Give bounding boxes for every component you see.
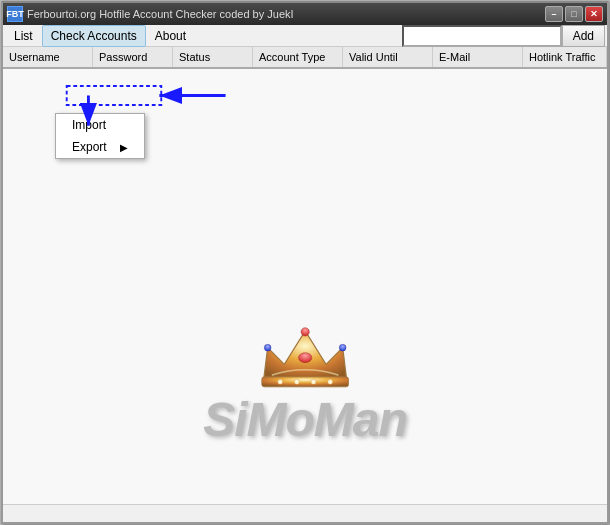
svg-point-4 <box>339 344 346 351</box>
dropdown-import[interactable]: Import <box>56 114 144 136</box>
svg-rect-1 <box>262 377 349 387</box>
menu-check-accounts[interactable]: Check Accounts <box>42 25 146 47</box>
minimize-button[interactable]: – <box>545 6 563 22</box>
col-email: E-Mail <box>433 47 523 67</box>
watermark-text: SiMoMan <box>203 396 407 444</box>
menu-about[interactable]: About <box>146 25 195 47</box>
col-status: Status <box>173 47 253 67</box>
svg-point-8 <box>311 379 316 384</box>
export-submenu-arrow: ▶ <box>120 142 128 153</box>
add-button[interactable]: Add <box>562 25 605 47</box>
dropdown-menu: Import Export ▶ <box>55 113 145 159</box>
menu-list[interactable]: List <box>5 25 42 47</box>
main-window: FBT Ferbourtoi.org Hotfile Account Check… <box>1 1 609 524</box>
col-valid-until: Valid Until <box>343 47 433 67</box>
col-username: Username <box>3 47 93 67</box>
svg-rect-12 <box>67 86 162 105</box>
svg-point-9 <box>328 379 333 384</box>
watermark: SiMoMan <box>203 316 407 444</box>
maximize-button[interactable]: □ <box>565 6 583 22</box>
svg-point-2 <box>301 328 309 336</box>
col-hotlink-traffic: Hotlink Traffic <box>523 47 607 67</box>
col-password: Password <box>93 47 173 67</box>
menu-bar: List Check Accounts About Add <box>3 25 607 47</box>
main-content: SiMoMan Import Export ▶ <box>3 69 607 504</box>
svg-point-3 <box>264 344 271 351</box>
title-text: Ferbourtoi.org Hotfile Account Checker c… <box>27 8 294 20</box>
svg-point-6 <box>278 379 283 384</box>
svg-point-5 <box>298 353 311 363</box>
status-bar <box>3 504 607 522</box>
add-input[interactable] <box>402 25 562 47</box>
close-button[interactable]: ✕ <box>585 6 603 22</box>
dropdown-export[interactable]: Export ▶ <box>56 136 144 158</box>
title-bar-left: FBT Ferbourtoi.org Hotfile Account Check… <box>7 6 294 22</box>
title-buttons: – □ ✕ <box>545 6 603 22</box>
crown-icon <box>255 316 355 396</box>
app-icon: FBT <box>7 6 23 22</box>
svg-point-7 <box>294 379 299 384</box>
column-headers: Username Password Status Account Type Va… <box>3 47 607 69</box>
title-bar: FBT Ferbourtoi.org Hotfile Account Check… <box>3 3 607 25</box>
col-account-type: Account Type <box>253 47 343 67</box>
